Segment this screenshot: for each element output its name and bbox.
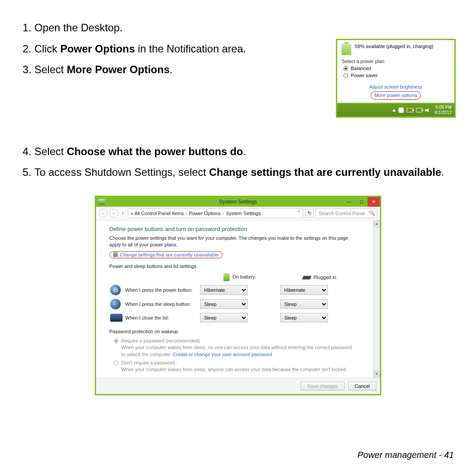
search-placeholder: Search Control Panel: [319, 211, 365, 216]
shield-icon: [113, 252, 118, 257]
option-label: Don't require a password: [121, 360, 347, 366]
page-footer: Power management - 41: [357, 450, 454, 460]
highlight-circle: [406, 107, 413, 114]
speaker-icon[interactable]: [425, 108, 430, 112]
more-power-options-link[interactable]: More power options: [375, 92, 417, 100]
plan-header: Select a power plan:: [337, 57, 454, 65]
table-row: When I close the lid: Sleep Sleep: [109, 311, 360, 324]
lid-icon: [110, 314, 123, 322]
row-label: When I close the lid:: [124, 311, 199, 324]
step-5: To access Shutdown Settings, select Chan…: [34, 162, 454, 182]
maximize-button[interactable]: ◻: [355, 197, 368, 207]
option-require-password[interactable]: Require a password (recommended) When yo…: [109, 337, 360, 359]
plug-icon: [302, 276, 312, 279]
option-label: Require a password (recommended): [121, 338, 355, 344]
minimize-button[interactable]: —: [343, 197, 355, 207]
section-heading: Define power buttons and turn on passwor…: [109, 226, 360, 232]
tray-clock[interactable]: 5:06 PM 8/1/2012: [435, 105, 452, 115]
cancel-button[interactable]: Cancel: [348, 382, 376, 390]
window-title: System Settings: [219, 199, 257, 205]
col-plugged-in: Plugged in: [279, 271, 360, 283]
battery-status-text: 59% available (plugged in, charging): [355, 44, 433, 55]
battery-icon: [342, 44, 351, 55]
power-popup: 59% available (plugged in, charging) Sel…: [336, 39, 456, 118]
battery-status-row: 59% available (plugged in, charging): [337, 40, 454, 57]
subsection-label: Password protection on wakeup: [109, 329, 360, 334]
crumb-current: System Settings: [226, 211, 260, 216]
refresh-button[interactable]: ↻: [305, 209, 314, 218]
window-footer: Save changes Cancel: [96, 378, 380, 394]
step-1: Open the Desktop.: [34, 18, 454, 38]
system-settings-window: System Settings — ◻ ✕ ← → ↑ « All Contro…: [95, 196, 381, 395]
system-tray: 5:06 PM 8/1/2012: [337, 102, 454, 116]
highlight-circle: Change settings that are currently unava…: [109, 251, 223, 258]
breadcrumb[interactable]: « All Control Panel Items › Power Option…: [128, 208, 304, 218]
table-row: ☾ When I press the sleep button: Sleep S…: [109, 297, 360, 311]
window-buttons: — ◻ ✕: [343, 197, 380, 207]
battery-icon: [223, 273, 230, 281]
chevron-right-icon: ›: [186, 211, 187, 216]
section-description: Choose the power settings that you want …: [109, 235, 360, 249]
up-icon[interactable]: ↑: [120, 211, 126, 216]
chevron-down-icon[interactable]: ˅: [298, 210, 300, 216]
search-input[interactable]: Search Control Panel 🔍: [316, 208, 377, 218]
row-label: When I press the power button:: [124, 283, 199, 297]
tray-expand-icon[interactable]: [392, 109, 396, 112]
power-battery-select[interactable]: Hibernate: [200, 285, 248, 295]
tray-time: 5:06 PM: [435, 105, 452, 110]
row-label: When I press the sleep button:: [124, 297, 199, 311]
radio-icon: [114, 361, 119, 365]
window-icon: [99, 199, 105, 205]
plan-balanced[interactable]: Balanced: [337, 65, 454, 72]
search-icon: 🔍: [369, 210, 375, 216]
forward-button[interactable]: →: [109, 209, 118, 218]
power-settings-table: On battery Plugged in ⏻ When I press the…: [109, 271, 360, 324]
radio-icon: [343, 66, 348, 71]
change-settings-link[interactable]: Change settings that are currently unava…: [120, 252, 219, 257]
close-button[interactable]: ✕: [368, 197, 380, 207]
sleep-battery-select[interactable]: Sleep: [200, 299, 248, 309]
option-description: When your computer wakes from sleep, any…: [121, 366, 347, 373]
save-button[interactable]: Save changes: [301, 382, 345, 390]
shield-icon[interactable]: [398, 108, 404, 113]
crumb-power: Power Options: [189, 211, 221, 216]
plan-label: Balanced: [351, 66, 371, 71]
radio-icon: [343, 73, 348, 78]
window-content: Define power buttons and turn on passwor…: [96, 220, 373, 378]
adjust-brightness-link[interactable]: Adjust screen brightness: [337, 83, 454, 91]
tray-icons: [392, 107, 430, 114]
plan-powersaver[interactable]: Power saver: [337, 72, 454, 79]
lid-battery-select[interactable]: Sleep: [200, 313, 248, 323]
subsection-label: Power and sleep buttons and lid settings: [109, 264, 360, 269]
power-button-icon: ⏻: [110, 285, 121, 295]
tray-date: 8/1/2012: [435, 110, 452, 115]
nav-bar: ← → ↑ « All Control Panel Items › Power …: [96, 207, 380, 220]
back-button[interactable]: ←: [99, 209, 108, 218]
scroll-up-icon[interactable]: ▲: [373, 220, 380, 227]
network-icon[interactable]: [416, 108, 422, 112]
window-titlebar[interactable]: System Settings — ◻ ✕: [96, 197, 380, 207]
power-plugged-select[interactable]: Hibernate: [280, 285, 328, 295]
sleep-plugged-select[interactable]: Sleep: [280, 299, 328, 309]
step-4: Select Choose what the power buttons do.: [34, 141, 454, 162]
radio-icon: [114, 338, 119, 343]
lid-plugged-select[interactable]: Sleep: [280, 313, 328, 323]
scrollbar[interactable]: ▲ ▼: [373, 220, 380, 378]
popup-links: Adjust screen brightness More power opti…: [337, 79, 454, 102]
battery-tray-icon[interactable]: [407, 108, 413, 112]
account-password-link[interactable]: Create or change your user account passw…: [173, 352, 272, 357]
table-row: ⏻ When I press the power button: Hiberna…: [109, 283, 360, 297]
plan-label: Power saver: [351, 73, 378, 78]
scroll-down-icon[interactable]: ▼: [373, 371, 380, 378]
crumb-root: « All Control Panel Items: [131, 211, 184, 216]
sleep-button-icon: ☾: [110, 299, 121, 309]
option-no-password[interactable]: Don't require a password When your compu…: [109, 359, 360, 374]
col-on-battery: On battery: [199, 271, 279, 283]
highlight-circle: More power options: [371, 91, 421, 100]
chevron-right-icon: ›: [223, 211, 224, 216]
